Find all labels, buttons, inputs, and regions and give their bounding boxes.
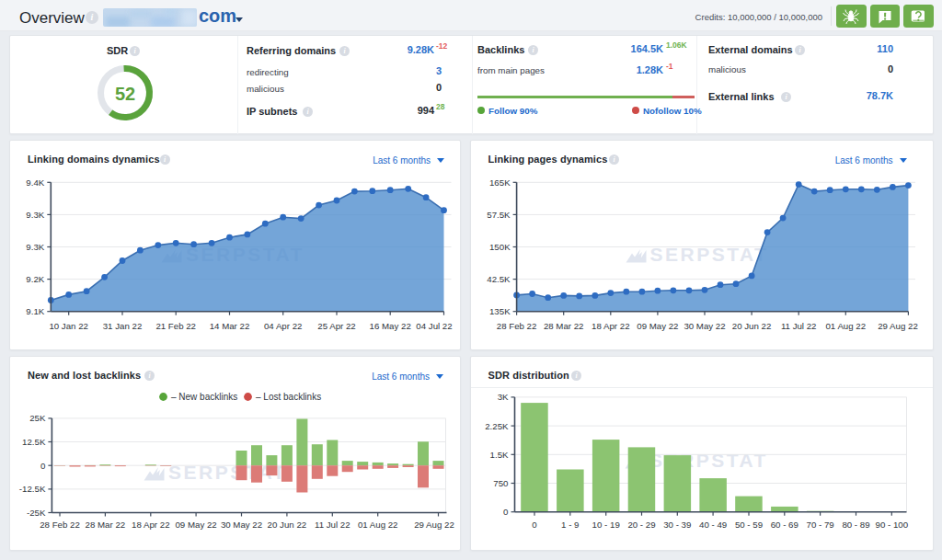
svg-text:– Lost backlinks: – Lost backlinks: [256, 392, 321, 402]
svg-text:135K: 135K: [489, 306, 511, 316]
svg-text:16 May 22: 16 May 22: [370, 321, 411, 331]
svg-text:-12.5K: -12.5K: [19, 484, 46, 494]
svg-text:12.5K: 12.5K: [22, 437, 46, 447]
svg-text:01 Aug 22: 01 Aug 22: [825, 321, 866, 331]
svg-text:42.5K: 42.5K: [487, 274, 511, 284]
svg-text:0: 0: [532, 520, 537, 530]
svg-text:– New backlinks: – New backlinks: [171, 392, 237, 402]
svg-text:80 - 89: 80 - 89: [842, 520, 869, 530]
svg-text:20 - 29: 20 - 29: [627, 520, 655, 530]
svg-text:04 Apr 22: 04 Apr 22: [264, 321, 302, 331]
svg-text:70 - 79: 70 - 79: [807, 520, 834, 530]
svg-text:9.1K: 9.1K: [26, 306, 44, 316]
svg-text:14 Mar 22: 14 Mar 22: [210, 321, 250, 331]
svg-text:750: 750: [493, 478, 509, 488]
svg-text:10 Jan 22: 10 Jan 22: [49, 321, 88, 331]
svg-text:20 Jun 22: 20 Jun 22: [732, 321, 772, 331]
svg-text:0: 0: [503, 507, 509, 517]
svg-text:18 Apr 22: 18 Apr 22: [592, 321, 629, 331]
svg-text:04 Jul 22: 04 Jul 22: [416, 321, 452, 331]
svg-text:165K: 165K: [489, 177, 511, 188]
svg-text:-25K: -25K: [27, 508, 46, 518]
svg-text:9.2K: 9.2K: [26, 274, 44, 284]
svg-text:28 Feb 22: 28 Feb 22: [40, 520, 80, 530]
svg-text:1.5K: 1.5K: [490, 450, 509, 460]
svg-text:09 May 22: 09 May 22: [175, 520, 216, 530]
svg-text:9.4K: 9.4K: [26, 177, 44, 188]
svg-text:0: 0: [40, 461, 46, 471]
svg-text:18 Apr 22: 18 Apr 22: [132, 520, 169, 530]
svg-text:09 May 22: 09 May 22: [637, 321, 678, 331]
svg-text:9.3K: 9.3K: [26, 210, 44, 220]
svg-text:9.3K: 9.3K: [26, 242, 44, 252]
svg-text:28 Mar 22: 28 Mar 22: [86, 520, 126, 530]
svg-text:11 Jul 22: 11 Jul 22: [781, 321, 817, 331]
svg-text:20 Jun 22: 20 Jun 22: [268, 520, 307, 530]
svg-text:11 Jul 22: 11 Jul 22: [315, 520, 350, 530]
svg-text:30 May 22: 30 May 22: [221, 520, 262, 530]
svg-text:90 - 100: 90 - 100: [876, 520, 909, 530]
svg-text:01 Aug 22: 01 Aug 22: [358, 520, 398, 530]
svg-text:25 Apr 22: 25 Apr 22: [317, 321, 355, 331]
svg-text:28 Feb 22: 28 Feb 22: [497, 321, 537, 331]
svg-text:30 - 39: 30 - 39: [663, 520, 691, 530]
svg-text:40 - 49: 40 - 49: [699, 520, 727, 530]
svg-text:2.25K: 2.25K: [485, 421, 509, 431]
svg-text:60 - 69: 60 - 69: [771, 520, 798, 530]
svg-text:25K: 25K: [29, 413, 46, 423]
svg-text:31 Jan 22: 31 Jan 22: [103, 321, 143, 331]
svg-text:10 - 19: 10 - 19: [592, 520, 620, 530]
svg-text:30 May 22: 30 May 22: [684, 321, 725, 331]
svg-text:57.5K: 57.5K: [487, 210, 511, 220]
svg-text:1 - 9: 1 - 9: [561, 520, 579, 530]
svg-text:21 Feb 22: 21 Feb 22: [155, 321, 196, 331]
svg-text:29 Aug 22: 29 Aug 22: [414, 520, 454, 530]
svg-text:3K: 3K: [498, 392, 509, 402]
svg-text:28 Mar 22: 28 Mar 22: [544, 321, 584, 331]
svg-text:29 Aug 22: 29 Aug 22: [878, 321, 918, 331]
svg-text:50 - 59: 50 - 59: [735, 520, 763, 530]
svg-text:150K: 150K: [489, 242, 511, 252]
